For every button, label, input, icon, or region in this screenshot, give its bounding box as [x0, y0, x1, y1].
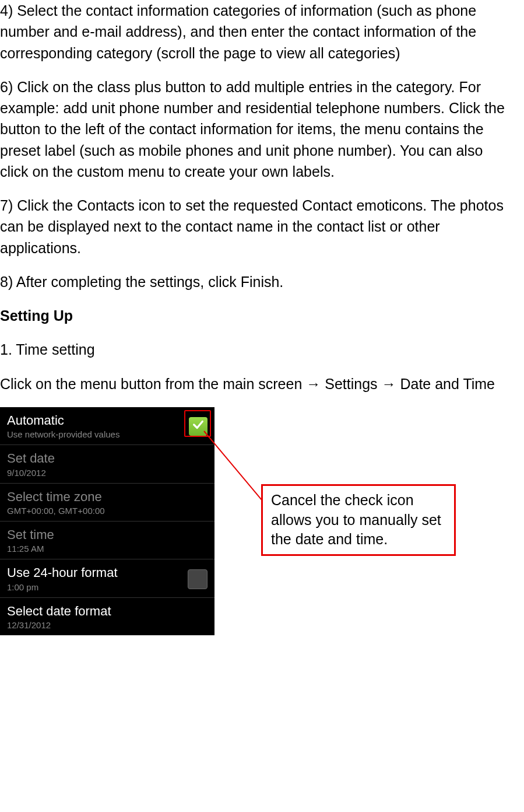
phone-settings-panel: Automatic Use network-provided values Se…: [0, 407, 214, 635]
row-title: Set date: [7, 451, 55, 466]
paragraph-6: 6) Click on the class plus button to add…: [0, 76, 512, 182]
row-subtitle: 11:25 AM: [7, 544, 54, 554]
row-subtitle: GMT+00:00, GMT+00:00: [7, 506, 105, 516]
subheading-time-setting: 1. Time setting: [0, 339, 512, 360]
paragraph-4: 4) Select the contact information catego…: [0, 0, 512, 64]
row-title: Set time: [7, 527, 54, 542]
checkbox-24-hour[interactable]: [188, 569, 208, 589]
row-subtitle: Use network-provided values: [7, 429, 119, 440]
heading-setting-up: Setting Up: [0, 305, 512, 326]
instruction-path: Click on the menu button from the main s…: [0, 373, 512, 394]
checkbox-highlight-marker: [184, 410, 211, 437]
row-set-date[interactable]: Set date 9/10/2012: [0, 445, 214, 483]
row-select-date-format[interactable]: Select date format 12/31/2012: [0, 598, 214, 635]
figure-area: Automatic Use network-provided values Se…: [0, 407, 512, 635]
row-title: Select date format: [7, 604, 111, 619]
paragraph-8: 8) After completing the settings, click …: [0, 271, 512, 292]
row-title: Automatic: [7, 413, 119, 428]
row-set-time[interactable]: Set time 11:25 AM: [0, 522, 214, 559]
callout-text: Cancel the check icon allows you to manu…: [271, 492, 441, 548]
row-subtitle: 1:00 pm: [7, 582, 118, 593]
row-subtitle: 9/10/2012: [7, 468, 55, 478]
row-title: Select time zone: [7, 489, 105, 505]
row-title: Use 24-hour format: [7, 565, 118, 580]
row-24-hour[interactable]: Use 24-hour format 1:00 pm: [0, 559, 214, 597]
callout-box: Cancel the check icon allows you to manu…: [261, 484, 456, 556]
row-select-time-zone[interactable]: Select time zone GMT+00:00, GMT+00:00: [0, 484, 214, 522]
paragraph-7: 7) Click the Contacts icon to set the re…: [0, 195, 512, 258]
row-automatic[interactable]: Automatic Use network-provided values: [0, 407, 214, 445]
row-subtitle: 12/31/2012: [7, 620, 111, 631]
